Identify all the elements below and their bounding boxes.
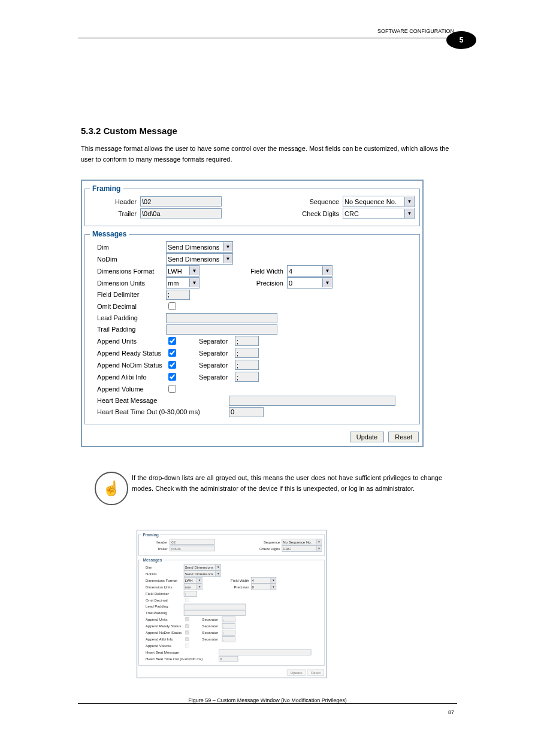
append-ready-sep-input[interactable] (235, 348, 259, 358)
trailer-input[interactable] (140, 208, 222, 218)
fieldwidth-label: Field Width (241, 268, 287, 275)
top-rule (78, 38, 457, 38)
append-nodim-checkbox[interactable] (168, 361, 176, 369)
append-units-label: Append Units (90, 338, 166, 345)
append-ready-label: Append Ready Status (90, 350, 166, 357)
dimunits-select[interactable]: mm ▼ (166, 277, 200, 289)
custom-message-panel: Framing Header Sequence No Sequence No. … (81, 180, 424, 447)
omitdec-checkbox[interactable] (168, 302, 176, 310)
doc-header-right: SOFTWARE CONFIGURATION (377, 28, 454, 34)
bottom-rule (78, 703, 457, 704)
trailer-label: Trailer (90, 210, 140, 217)
append-volume-checkbox[interactable] (168, 385, 176, 393)
chevron-down-icon: ▼ (223, 254, 232, 263)
dimformat-select[interactable]: LWH ▼ (166, 265, 200, 277)
append-ready-checkbox[interactable] (168, 349, 176, 357)
separator-label: Separator (199, 374, 235, 381)
dim-select[interactable]: Send Dimensions ▼ (166, 241, 233, 253)
button-bar: Update Reset (84, 428, 420, 444)
header-input[interactable] (140, 196, 222, 207)
leadpad-label: Lead Padding (90, 314, 166, 321)
append-nodim-label: Append NoDim Status (90, 362, 166, 369)
hbt-input[interactable] (229, 407, 264, 417)
chevron-down-icon: ▼ (189, 278, 199, 287)
nodim-label: NoDim (90, 256, 166, 263)
checkdigits-select[interactable]: CRC ▼ (343, 208, 415, 219)
chevron-down-icon: ▼ (322, 278, 332, 287)
sequence-select[interactable]: No Sequence No. ▼ (343, 196, 415, 207)
mini-panel-figure: Framing Header Sequence No Sequence No.▼… (137, 530, 479, 756)
trailpad-label: Trail Padding (90, 326, 166, 333)
chevron-down-icon: ▼ (404, 197, 414, 206)
attention-hand-icon: ☝ (95, 472, 128, 505)
header-label: Header (90, 198, 140, 205)
sequence-label: Sequence (292, 198, 343, 205)
append-alibi-label: Append Alibi Info (90, 374, 166, 381)
separator-label: Separator (199, 350, 235, 357)
chevron-down-icon: ▼ (223, 242, 232, 251)
framing-legend: Framing (90, 184, 123, 193)
append-alibi-sep-input[interactable] (235, 372, 259, 382)
attention-note: If the drop-down lists are all grayed ou… (132, 473, 442, 494)
dim-label: Dim (90, 244, 166, 251)
reset-button[interactable]: Reset (388, 432, 419, 442)
append-nodim-sep-input[interactable] (235, 360, 259, 370)
chevron-down-icon: ▼ (404, 209, 414, 218)
precision-label: Precision (241, 280, 287, 287)
dimformat-label: Dimensions Format (90, 268, 166, 275)
checkdigits-label: Check Digits (292, 210, 343, 217)
fieldwidth-select[interactable]: 4 ▼ (287, 265, 333, 277)
precision-select[interactable]: 0 ▼ (287, 277, 333, 289)
chapter-badge: 5 (446, 31, 476, 49)
append-units-checkbox[interactable] (168, 337, 176, 345)
hbm-input[interactable] (229, 396, 395, 406)
messages-legend: Messages (90, 230, 129, 238)
hbm-label: Heart Beat Message (90, 397, 229, 404)
section-heading: 5.3.2 Custom Message (81, 126, 177, 136)
update-button[interactable]: Update (350, 432, 384, 442)
chevron-down-icon: ▼ (189, 266, 199, 275)
append-alibi-checkbox[interactable] (168, 373, 176, 381)
separator-label: Separator (199, 362, 235, 369)
figure-caption: Figure 59 – Custom Message Window (No Mo… (81, 697, 454, 703)
messages-fieldset: Messages Dim Send Dimensions ▼ NoDim Sen… (84, 230, 420, 424)
separator-label: Separator (199, 338, 235, 345)
delim-input[interactable] (166, 290, 190, 300)
section-intro: This message format allows the user to h… (81, 144, 454, 165)
trailpad-input[interactable] (166, 324, 277, 335)
chevron-down-icon: ▼ (322, 266, 332, 275)
append-volume-label: Append Volume (90, 385, 166, 393)
leadpad-input[interactable] (166, 313, 277, 323)
delim-label: Field Delimiter (90, 291, 166, 298)
omitdec-label: Omit Decimal (90, 303, 166, 310)
nodim-select[interactable]: Send Dimensions ▼ (166, 253, 233, 265)
append-units-sep-input[interactable] (235, 336, 259, 346)
dimunits-label: Dimension Units (90, 280, 166, 287)
hbt-label: Heart Beat Time Out (0-30,000 ms) (90, 408, 229, 415)
framing-fieldset: Framing Header Sequence No Sequence No. … (84, 184, 420, 226)
footer-right: 87 (448, 709, 454, 715)
